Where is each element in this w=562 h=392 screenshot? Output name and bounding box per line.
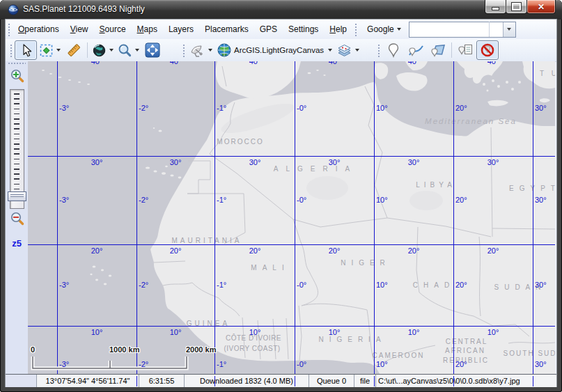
latitude-label: 10° — [249, 328, 261, 336]
longitude-label: 20° — [455, 196, 467, 204]
hide-placemarks-button[interactable] — [476, 40, 499, 60]
globe-view-button[interactable] — [90, 40, 116, 60]
zoom-slider-thumb[interactable] — [8, 191, 26, 201]
latitude-label: 20° — [487, 246, 499, 255]
chevron-down-icon — [208, 49, 212, 52]
fullscreen-button[interactable] — [141, 40, 164, 60]
map-land-layer — [28, 61, 555, 374]
longitude-label: -3° — [59, 104, 69, 112]
google-search-menu-button[interactable]: Google — [362, 22, 406, 37]
map-scalebar: 0 1000 km 2000 km — [28, 340, 209, 374]
layers-button[interactable] — [334, 40, 361, 60]
cursor-tool-button[interactable] — [15, 40, 37, 60]
longitude-label: -2° — [139, 360, 148, 368]
maps-toolbar-grip[interactable] — [182, 43, 185, 57]
graticule-overlay-line — [295, 376, 295, 386]
selection-tool-button[interactable] — [37, 40, 63, 60]
latitude-label: 20° — [170, 246, 182, 255]
longitude-label: -1° — [217, 281, 226, 289]
chevron-down-icon — [355, 49, 359, 52]
zoom-in-button[interactable] — [9, 68, 25, 84]
map-viewport[interactable]: 0 1000 km 2000 km 40°40°40°40°40°40°30°3… — [28, 61, 555, 374]
chevron-down-icon — [109, 49, 114, 52]
longitude-label: 30° — [535, 196, 547, 204]
menu-operations[interactable]: Operations — [13, 22, 65, 37]
cursor-icon — [19, 43, 33, 58]
add-path-button[interactable] — [405, 40, 427, 60]
latitude-label: 30° — [249, 158, 261, 166]
longitude-label: 10° — [376, 281, 388, 289]
longitude-label: -1° — [217, 104, 226, 112]
map-type-label: ArcGIS.LightGrayCanvas — [234, 46, 324, 54]
longitude-label: -3° — [59, 360, 69, 368]
graticule-overlay-line — [214, 376, 215, 386]
menu-layers[interactable]: Layers — [163, 22, 199, 37]
path-pin-icon — [407, 42, 425, 58]
zoom-sidebar: z5 — [6, 61, 29, 374]
arcgis-globe-icon — [217, 42, 232, 58]
minimize-icon — [492, 7, 499, 10]
longitude-label: -2° — [139, 196, 148, 204]
menu-source[interactable]: Source — [94, 22, 132, 37]
latitude-label: 10° — [91, 328, 103, 336]
map-place-label: Mediterranean Sea — [425, 117, 517, 125]
menu-settings[interactable]: Settings — [283, 22, 324, 37]
menu-gps[interactable]: GPS — [254, 22, 283, 37]
map-place-label: MALI — [251, 264, 289, 272]
longitude-label: 30° — [535, 104, 547, 112]
download-tool-button[interactable] — [187, 40, 214, 60]
add-placemark-button[interactable] — [382, 40, 405, 60]
toolbar-separator — [87, 42, 88, 58]
close-button[interactable]: ✕ — [526, 0, 556, 14]
ruler-tool-button[interactable] — [63, 40, 85, 60]
zoom-out-button[interactable] — [9, 210, 25, 226]
minimize-button[interactable] — [485, 0, 506, 14]
menubar-grip[interactable] — [7, 22, 10, 36]
menu-help[interactable]: Help — [324, 22, 352, 37]
menu-view[interactable]: View — [65, 22, 94, 37]
graticule-overlay-line — [533, 376, 533, 386]
globe-icon — [92, 43, 107, 58]
google-label: Google — [367, 24, 394, 34]
sidebar-grip[interactable] — [8, 62, 26, 65]
placemark-pin-icon — [387, 42, 400, 58]
map-place-label: MAURITANIA — [172, 237, 242, 244]
maximize-button[interactable] — [506, 0, 527, 14]
longitude-label: -2° — [139, 104, 148, 112]
menu-items: OperationsViewSourceMapsLayersPlacemarks… — [13, 22, 352, 37]
combobox-dropdown-button[interactable] — [503, 22, 515, 37]
search-toolbar-grip[interactable] — [354, 22, 357, 36]
layers-icon — [336, 43, 352, 58]
app-icon — [8, 4, 19, 15]
titlebar[interactable]: SAS.Planet 121009.6493 Nightly ✕ — [0, 0, 562, 19]
zoom-in-icon — [10, 68, 25, 84]
search-combobox[interactable] — [409, 22, 516, 38]
statusbar-coordinates: 13°07'54.94" 4°56'11.74" — [36, 375, 139, 387]
selection-rect-icon — [39, 43, 54, 58]
client-area: OperationsViewSourceMapsLayersPlacemarks… — [6, 19, 556, 386]
longitude-label: 20° — [455, 104, 467, 112]
menu-maps[interactable]: Maps — [132, 22, 163, 37]
statusbar: 13°07'54.94" 4°56'11.74" 6:31:55 Downloa… — [6, 374, 556, 387]
map-type-button[interactable]: ArcGIS.LightGrayCanvas — [214, 40, 334, 60]
graticule-overlay-line — [453, 376, 454, 386]
map-place-label: MOROCCO — [217, 138, 263, 146]
latitude-label: 30° — [170, 158, 182, 166]
zoom-tool-button[interactable] — [116, 40, 141, 60]
chevron-down-icon — [328, 49, 332, 52]
graticule-vline — [214, 61, 215, 374]
longitude-label: 10° — [376, 104, 388, 112]
chevron-down-icon — [507, 28, 511, 31]
menu-placemarks[interactable]: Placemarks — [199, 22, 254, 37]
chevron-down-icon — [397, 28, 401, 31]
ruler-icon — [66, 42, 81, 58]
graticule-vline — [533, 61, 533, 374]
add-polygon-button[interactable] — [427, 40, 449, 60]
magnifier-icon — [118, 43, 132, 58]
main-toolbar: ArcGIS.LightGrayCanvas — [6, 39, 556, 62]
placemark-list-button[interactable] — [454, 40, 476, 60]
longitude-label: 20° — [455, 360, 467, 368]
placemarks-toolbar-grip[interactable] — [377, 43, 380, 57]
toolbar-grip[interactable] — [9, 43, 13, 57]
map-place-label: (IVORY COAST) — [224, 345, 280, 352]
